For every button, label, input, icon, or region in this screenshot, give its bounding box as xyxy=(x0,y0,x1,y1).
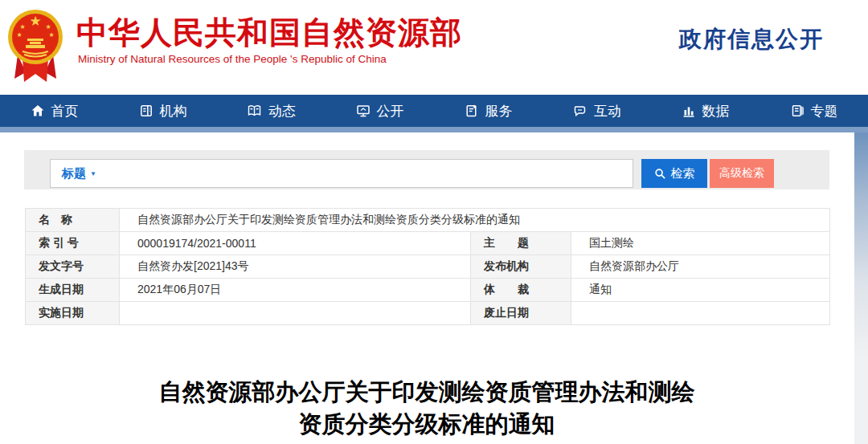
table-row: 名 称 自然资源部办公厅关于印发测绘资质管理办法和测绘资质分类分级标准的通知 xyxy=(26,209,830,232)
search-panel: 标题 ▼ 检索 高级检索 xyxy=(24,150,829,189)
search-box: 标题 ▼ xyxy=(50,159,633,188)
repeal-date-value xyxy=(571,302,830,325)
svg-text:★: ★ xyxy=(29,14,41,29)
nav-label: 专题 xyxy=(811,102,838,120)
doc-info-table: 名 称 自然资源部办公厅关于印发测绘资质管理办法和测绘资质分类分级标准的通知 索… xyxy=(25,208,830,325)
organization-icon xyxy=(139,104,154,118)
nav-label: 机构 xyxy=(160,102,187,120)
journal-icon xyxy=(790,104,805,118)
table-row: 发文字号 自然资办发[2021]43号 发布机构 自然资源部办公厅 xyxy=(26,255,830,279)
search-field-selector[interactable]: 标题 ▼ xyxy=(51,166,96,181)
nav-label: 首页 xyxy=(51,102,79,120)
search-field-label: 标题 xyxy=(62,166,86,181)
genre-value: 通知 xyxy=(571,279,830,302)
monitor-icon xyxy=(356,104,371,118)
page-edge-gradient xyxy=(854,132,868,444)
nav-item-topics[interactable]: 专题 xyxy=(760,95,868,127)
document-title-line2: 资质分类分级标准的通知 xyxy=(0,408,854,440)
nav-item-home[interactable]: 首页 xyxy=(0,95,108,127)
home-icon xyxy=(31,104,45,118)
nav-item-interaction[interactable]: 互动 xyxy=(542,95,651,127)
svg-text:★: ★ xyxy=(48,31,54,39)
gov-info-disclosure-title[interactable]: 政府信息公开 xyxy=(679,24,824,55)
publisher-value: 自然资源部办公厅 xyxy=(571,255,830,279)
svg-text:★: ★ xyxy=(45,23,51,31)
index-number-value: 000019174/2021-00011 xyxy=(120,232,471,255)
nav-label: 动态 xyxy=(268,102,296,120)
nav-item-data[interactable]: 数据 xyxy=(651,95,760,127)
news-book-icon xyxy=(247,104,262,118)
chat-bubble-icon xyxy=(572,104,588,118)
advanced-search-button[interactable]: 高级检索 xyxy=(710,159,774,188)
org-name-en: Ministry of Natural Resources of the Peo… xyxy=(78,53,387,65)
subject-label: 主 题 xyxy=(471,232,571,255)
site-header: ★ ★ ★ ★ ★ 中华人民共和国自然资源部 Ministry of Natur… xyxy=(0,0,868,95)
svg-text:★: ★ xyxy=(19,23,25,31)
nav-bottom-strip xyxy=(0,127,868,132)
impl-date-label: 实施日期 xyxy=(26,302,120,325)
org-name-cn: 中华人民共和国自然资源部 xyxy=(76,11,462,55)
document-title: 自然资源部办公厅关于印发测绘资质管理办法和测绘 资质分类分级标准的通知 xyxy=(0,376,854,440)
chevron-down-icon: ▼ xyxy=(90,170,96,177)
nav-item-organization[interactable]: 机构 xyxy=(108,95,217,127)
nav-label: 数据 xyxy=(702,102,730,120)
publisher-label: 发布机构 xyxy=(471,255,571,279)
nav-item-service[interactable]: 服务 xyxy=(434,95,542,127)
service-doc-icon xyxy=(465,104,479,118)
nav-label: 公开 xyxy=(377,102,404,120)
genre-label: 体 裁 xyxy=(471,279,571,302)
doc-number-value: 自然资办发[2021]43号 xyxy=(120,255,471,279)
name-value: 自然资源部办公厅关于印发测绘资质管理办法和测绘资质分类分级标准的通知 xyxy=(120,209,830,232)
repeal-date-label: 废止日期 xyxy=(471,302,571,325)
advanced-search-label: 高级检索 xyxy=(719,166,764,181)
table-row: 索 引 号 000019174/2021-00011 主 题 国土测绘 xyxy=(26,232,830,255)
name-label: 名 称 xyxy=(26,209,120,232)
china-national-emblem-icon: ★ ★ ★ ★ ★ xyxy=(6,5,64,84)
index-number-label: 索 引 号 xyxy=(26,232,120,255)
magnifier-icon xyxy=(654,168,666,180)
impl-date-value xyxy=(120,302,471,325)
nav-label: 互动 xyxy=(594,102,621,120)
doc-number-label: 发文字号 xyxy=(26,255,120,279)
nav-item-news[interactable]: 动态 xyxy=(217,95,326,127)
create-date-label: 生成日期 xyxy=(26,279,120,302)
create-date-value: 2021年06月07日 xyxy=(120,279,471,302)
table-row: 实施日期 废止日期 xyxy=(26,302,830,325)
document-title-line1: 自然资源部办公厅关于印发测绘资质管理办法和测绘 xyxy=(0,376,854,408)
search-input[interactable] xyxy=(96,160,633,187)
subject-value: 国土测绘 xyxy=(571,232,830,255)
search-button[interactable]: 检索 xyxy=(641,159,707,188)
table-row: 生成日期 2021年06月07日 体 裁 通知 xyxy=(26,279,830,302)
nav-item-disclosure[interactable]: 公开 xyxy=(326,95,434,127)
svg-text:★: ★ xyxy=(16,31,22,39)
bar-chart-icon xyxy=(682,104,696,118)
search-button-label: 检索 xyxy=(671,166,695,181)
main-nav: 首页 机构 动态 公开 xyxy=(0,95,868,127)
nav-label: 服务 xyxy=(485,102,513,120)
